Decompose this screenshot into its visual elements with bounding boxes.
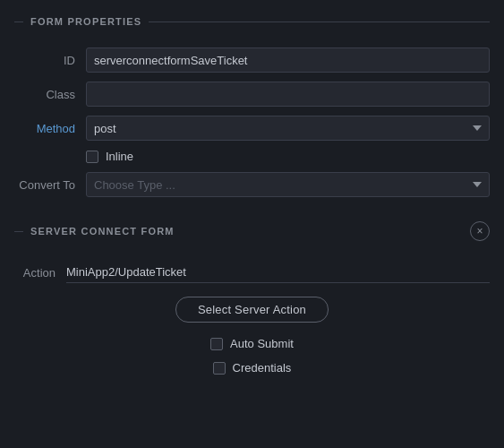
auto-submit-label: Auto Submit (230, 337, 294, 350)
header-line-right (149, 22, 490, 22)
id-label: ID (14, 54, 86, 67)
select-server-action-button[interactable]: Select Server Action (175, 297, 329, 323)
server-header-line-left (14, 231, 23, 232)
form-properties-title: FORM PROPERTIES (30, 16, 141, 27)
header-line-left (14, 22, 23, 22)
server-connect-section: SERVER CONNECT FORM × Action Select Serv… (0, 214, 504, 380)
action-row: Action (0, 257, 504, 288)
credentials-label: Credentials (233, 361, 292, 375)
convert-to-row: Convert To Choose Type ... (0, 168, 504, 202)
method-row: Method post get put delete (0, 111, 504, 145)
credentials-checkbox[interactable] (213, 362, 226, 375)
class-row: Class (0, 77, 504, 111)
close-icon: × (476, 226, 483, 237)
convert-to-label: Convert To (14, 178, 86, 192)
credentials-row: Credentials (0, 356, 504, 380)
id-input[interactable] (86, 47, 490, 73)
inline-label: Inline (106, 150, 133, 163)
action-input[interactable] (66, 262, 490, 283)
method-select[interactable]: post get put delete (86, 116, 490, 141)
form-properties-header: FORM PROPERTIES (0, 9, 504, 34)
inline-checkbox[interactable] (86, 151, 98, 163)
panel: FORM PROPERTIES ID Class Method post get… (0, 0, 504, 448)
convert-to-select[interactable]: Choose Type ... (86, 172, 490, 197)
class-label: Class (14, 88, 86, 101)
auto-submit-row: Auto Submit (0, 332, 504, 356)
id-row: ID (0, 43, 504, 77)
class-input[interactable] (86, 82, 490, 107)
server-connect-title: SERVER CONNECT FORM (30, 226, 175, 237)
auto-submit-checkbox[interactable] (210, 338, 223, 350)
select-action-row: Select Server Action (0, 288, 504, 332)
inline-checkbox-wrapper: Inline (86, 150, 133, 163)
inline-row: Inline (0, 145, 504, 168)
action-label: Action (14, 266, 66, 280)
method-label: Method (14, 122, 86, 135)
server-connect-header-row: SERVER CONNECT FORM × (0, 214, 504, 248)
server-connect-header-left: SERVER CONNECT FORM (14, 226, 175, 237)
close-button[interactable]: × (470, 221, 490, 241)
